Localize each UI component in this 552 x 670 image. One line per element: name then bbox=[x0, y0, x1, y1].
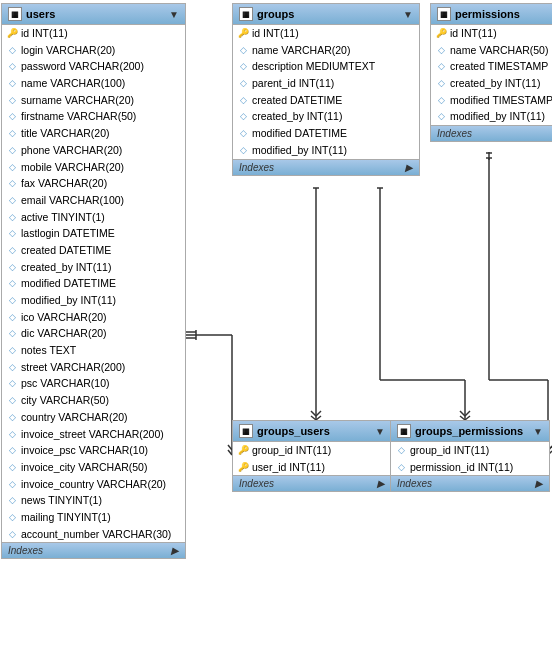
chevron-groups-permissions[interactable]: ▼ bbox=[533, 426, 543, 437]
diamond-icon: ◇ bbox=[6, 144, 18, 156]
table-row: ◇invoice_country VARCHAR(20) bbox=[2, 476, 185, 493]
table-row: ◇account_number VARCHAR(30) bbox=[2, 526, 185, 543]
table-row: ◇fax VARCHAR(20) bbox=[2, 175, 185, 192]
table-row: 🔑id INT(11) bbox=[233, 25, 419, 42]
table-body-groups: 🔑id INT(11)◇name VARCHAR(20)◇description… bbox=[233, 25, 419, 159]
indexes-footer-groups-users[interactable]: Indexes ▶ bbox=[233, 475, 391, 491]
field-text: psc VARCHAR(10) bbox=[21, 376, 110, 391]
diamond-icon: ◇ bbox=[6, 211, 18, 223]
diamond-icon: ◇ bbox=[237, 61, 249, 73]
indexes-chevron-groups-permissions[interactable]: ▶ bbox=[535, 478, 543, 489]
field-text: country VARCHAR(20) bbox=[21, 410, 128, 425]
indexes-footer-permissions[interactable]: Indexes ▶ bbox=[431, 125, 552, 141]
field-text: street VARCHAR(200) bbox=[21, 360, 125, 375]
table-body-users: 🔑id INT(11)◇login VARCHAR(20)◇password V… bbox=[2, 25, 185, 542]
table-icon-groups-permissions: ▦ bbox=[397, 424, 411, 438]
table-groups: ▦ groups ▼ 🔑id INT(11)◇name VARCHAR(20)◇… bbox=[232, 3, 420, 176]
diamond-icon: ◇ bbox=[6, 478, 18, 490]
table-title-users: users bbox=[26, 8, 55, 20]
field-text: ico VARCHAR(20) bbox=[21, 310, 107, 325]
table-row: ◇invoice_psc VARCHAR(10) bbox=[2, 442, 185, 459]
table-body-groups-permissions: ◇group_id INT(11)◇permission_id INT(11) bbox=[391, 442, 549, 475]
table-title-groups-permissions: groups_permissions bbox=[415, 425, 523, 437]
field-text: id INT(11) bbox=[21, 26, 68, 41]
diamond-icon: ◇ bbox=[6, 261, 18, 273]
diamond-icon: ◇ bbox=[6, 228, 18, 240]
field-text: name VARCHAR(20) bbox=[252, 43, 350, 58]
diamond-icon: ◇ bbox=[395, 461, 407, 473]
table-row: ◇invoice_city VARCHAR(50) bbox=[2, 459, 185, 476]
svg-line-12 bbox=[311, 411, 316, 416]
diagram-canvas: ▦ users ▼ 🔑id INT(11)◇login VARCHAR(20)◇… bbox=[0, 0, 552, 670]
table-row: ◇created_by INT(11) bbox=[431, 75, 552, 92]
table-title-groups-users: groups_users bbox=[257, 425, 330, 437]
table-row: 🔑group_id INT(11) bbox=[233, 442, 391, 459]
table-row: ◇psc VARCHAR(10) bbox=[2, 375, 185, 392]
field-text: name VARCHAR(100) bbox=[21, 76, 125, 91]
indexes-chevron-users[interactable]: ▶ bbox=[171, 545, 179, 556]
key-icon: 🔑 bbox=[237, 27, 249, 39]
diamond-icon: ◇ bbox=[6, 511, 18, 523]
diamond-icon: ◇ bbox=[6, 445, 18, 457]
table-body-permissions: 🔑id INT(11)◇name VARCHAR(50)◇created TIM… bbox=[431, 25, 552, 125]
field-text: modified_by INT(11) bbox=[252, 143, 347, 158]
table-groups-permissions: ▦ groups_permissions ▼ ◇group_id INT(11)… bbox=[390, 420, 550, 492]
table-row: ◇created_by INT(11) bbox=[2, 259, 185, 276]
table-header-users[interactable]: ▦ users ▼ bbox=[2, 4, 185, 25]
table-row: ◇group_id INT(11) bbox=[391, 442, 549, 459]
indexes-chevron-groups[interactable]: ▶ bbox=[405, 162, 413, 173]
field-text: parent_id INT(11) bbox=[252, 76, 334, 91]
diamond-icon: ◇ bbox=[6, 194, 18, 206]
indexes-footer-groups[interactable]: Indexes ▶ bbox=[233, 159, 419, 175]
field-text: surname VARCHAR(20) bbox=[21, 93, 134, 108]
table-row: ◇password VARCHAR(200) bbox=[2, 58, 185, 75]
indexes-footer-users[interactable]: Indexes ▶ bbox=[2, 542, 185, 558]
field-text: created DATETIME bbox=[21, 243, 111, 258]
diamond-icon: ◇ bbox=[6, 94, 18, 106]
field-text: mobile VARCHAR(20) bbox=[21, 160, 124, 175]
table-row: ◇modified TIMESTAMP bbox=[431, 92, 552, 109]
chevron-groups[interactable]: ▼ bbox=[403, 9, 413, 20]
field-text: created DATETIME bbox=[252, 93, 342, 108]
table-header-groups[interactable]: ▦ groups ▼ bbox=[233, 4, 419, 25]
diamond-icon: ◇ bbox=[6, 328, 18, 340]
indexes-label-groups: Indexes bbox=[239, 162, 274, 173]
table-row: ◇country VARCHAR(20) bbox=[2, 409, 185, 426]
field-text: modified DATETIME bbox=[21, 276, 116, 291]
diamond-icon: ◇ bbox=[435, 94, 447, 106]
diamond-icon: ◇ bbox=[435, 111, 447, 123]
diamond-icon: ◇ bbox=[6, 77, 18, 89]
table-row: ◇ico VARCHAR(20) bbox=[2, 309, 185, 326]
chevron-groups-users[interactable]: ▼ bbox=[375, 426, 385, 437]
diamond-icon: ◇ bbox=[237, 144, 249, 156]
key-icon: 🔑 bbox=[6, 27, 18, 39]
indexes-footer-groups-permissions[interactable]: Indexes ▶ bbox=[391, 475, 549, 491]
diamond-icon: ◇ bbox=[6, 461, 18, 473]
diamond-icon: ◇ bbox=[6, 361, 18, 373]
table-row: ◇modified_by INT(11) bbox=[2, 292, 185, 309]
table-row: ◇title VARCHAR(20) bbox=[2, 125, 185, 142]
diamond-icon: ◇ bbox=[6, 278, 18, 290]
table-row: ◇description MEDIUMTEXT bbox=[233, 58, 419, 75]
diamond-icon: ◇ bbox=[237, 94, 249, 106]
table-header-groups-users[interactable]: ▦ groups_users ▼ bbox=[233, 421, 391, 442]
indexes-chevron-groups-users[interactable]: ▶ bbox=[377, 478, 385, 489]
diamond-icon: ◇ bbox=[435, 61, 447, 73]
diamond-icon: ◇ bbox=[6, 244, 18, 256]
table-header-groups-permissions[interactable]: ▦ groups_permissions ▼ bbox=[391, 421, 549, 442]
table-row: 🔑id INT(11) bbox=[2, 25, 185, 42]
table-row: ◇created DATETIME bbox=[233, 92, 419, 109]
table-row: ◇notes TEXT bbox=[2, 342, 185, 359]
field-text: firstname VARCHAR(50) bbox=[21, 109, 136, 124]
field-text: city VARCHAR(50) bbox=[21, 393, 109, 408]
field-text: dic VARCHAR(20) bbox=[21, 326, 107, 341]
table-header-permissions[interactable]: ▦ permissions ▼ bbox=[431, 4, 552, 25]
field-text: notes TEXT bbox=[21, 343, 76, 358]
table-row: ◇news TINYINT(1) bbox=[2, 492, 185, 509]
indexes-label-users: Indexes bbox=[8, 545, 43, 556]
field-text: invoice_street VARCHAR(200) bbox=[21, 427, 164, 442]
diamond-icon: ◇ bbox=[6, 178, 18, 190]
table-body-groups-users: 🔑group_id INT(11)🔑user_id INT(11) bbox=[233, 442, 391, 475]
field-text: active TINYINT(1) bbox=[21, 210, 105, 225]
chevron-users[interactable]: ▼ bbox=[169, 9, 179, 20]
